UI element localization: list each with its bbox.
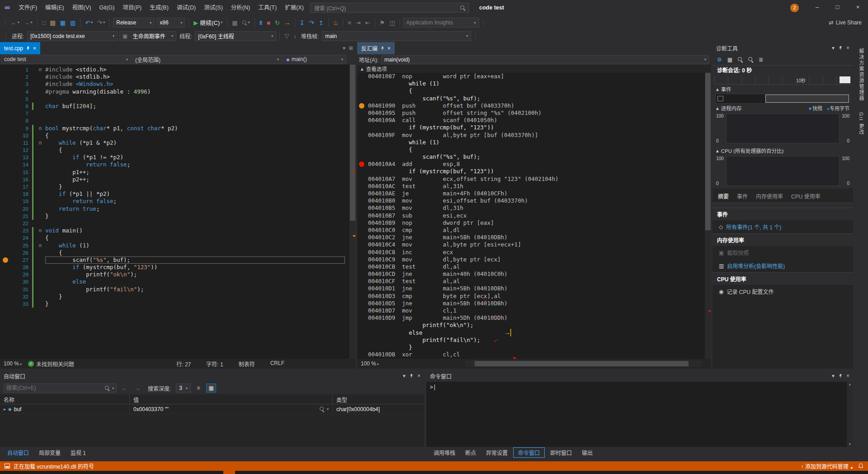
- code-line[interactable]: 13 if (*p1 != *p2): [0, 154, 349, 161]
- step-into-button[interactable]: ↧: [298, 17, 307, 28]
- disasm-margin[interactable]: [357, 102, 368, 109]
- disasm-source-line[interactable]: while (1): [357, 80, 711, 87]
- save-button[interactable]: ▦: [58, 17, 67, 28]
- step-out-button[interactable]: ↥: [317, 17, 326, 28]
- menu-分析(N)[interactable]: 分析(N): [227, 0, 254, 15]
- thread-dropdown[interactable]: [0xF60] 主线程▾: [195, 31, 276, 41]
- scroll-up-icon[interactable]: ▲: [848, 382, 852, 386]
- code-text[interactable]: if (mystrcmp(buf, "123")): [45, 264, 157, 271]
- disasm-source-line[interactable]: if (mystrcmp(buf, "123")): [357, 124, 711, 131]
- disasm-instruction-line[interactable]: 004010D9 jmp main+5Dh (04010DDh): [357, 314, 711, 322]
- notifications-bell-icon[interactable]: [858, 463, 863, 469]
- code-text[interactable]: if (*p1 || *p2): [45, 190, 110, 198]
- breakpoint-margin[interactable]: [0, 66, 12, 73]
- process-dropdown[interactable]: [0x1500] code test.exe▾: [27, 31, 118, 41]
- editor-vertical-scrollbar[interactable]: [349, 65, 356, 359]
- window-position-icon[interactable]: ▾: [832, 45, 835, 51]
- code-text[interactable]: }: [45, 300, 49, 308]
- disasm-instruction-line[interactable]: 00401087 nop word ptr [eax+eax]: [357, 73, 711, 80]
- stop-debugging-button[interactable]: ■: [265, 17, 272, 28]
- code-text[interactable]: #pragma warning(disable : 4996): [45, 88, 151, 95]
- code-line[interactable]: 20 return true;: [0, 205, 349, 213]
- tab-命令窗口[interactable]: 命令窗口: [513, 447, 545, 458]
- flag-down-icon[interactable]: ↓: [292, 31, 298, 42]
- tab-异常设置[interactable]: 异常设置: [481, 448, 512, 457]
- navigate-forward-button[interactable]: →▾: [22, 17, 34, 28]
- tab-test-cpp[interactable]: test.cpp ×: [0, 42, 40, 54]
- command-input-area[interactable]: > ▲ ▼: [426, 382, 853, 447]
- disasm-margin[interactable]: [357, 183, 368, 190]
- tab-内存使用率[interactable]: 内存使用率: [756, 192, 783, 200]
- breakpoint-margin[interactable]: [0, 264, 12, 271]
- scroll-down-icon[interactable]: ▼: [848, 442, 852, 446]
- code-line[interactable]: 2#include <stdlib.h>: [0, 73, 349, 81]
- disasm-source-line[interactable]: }: [357, 344, 711, 351]
- command-window-header[interactable]: 命令窗口 ▾ ×: [426, 370, 853, 382]
- record-cpu-profile-action[interactable]: ◉ 记录 CPU 配置文件: [712, 285, 853, 298]
- breakpoint-margin[interactable]: [0, 300, 12, 308]
- breakpoint-margin[interactable]: [0, 73, 12, 81]
- disasm-instruction-line[interactable]: 004010CF test al,al: [357, 278, 711, 285]
- indent-in-button[interactable]: ⇥: [354, 17, 363, 28]
- code-text[interactable]: void main(): [45, 227, 83, 234]
- step-over-button[interactable]: ↷: [307, 17, 316, 28]
- pin-icon[interactable]: [409, 374, 414, 378]
- pin-icon[interactable]: [838, 46, 843, 50]
- code-line[interactable]: 29 printf("ok\n");: [0, 271, 349, 278]
- stack-frame-dropdown[interactable]: main▾: [322, 31, 471, 41]
- disasm-margin[interactable]: [357, 168, 368, 175]
- tab-调用堆栈[interactable]: 调用堆栈: [429, 448, 460, 457]
- breakpoint-margin[interactable]: [0, 227, 12, 234]
- disasm-margin[interactable]: [357, 139, 368, 146]
- code-line[interactable]: 1⊟#include <stdio.h>: [0, 66, 349, 73]
- disasm-instruction-line[interactable]: 004010D7 mov cl,1: [357, 307, 711, 314]
- disasm-margin[interactable]: [357, 256, 368, 263]
- redo-button[interactable]: ↷▾: [95, 17, 107, 28]
- disasm-margin[interactable]: [357, 234, 368, 241]
- disasm-instruction-line[interactable]: 004010D1 jne main+5Bh (04010DBh): [357, 285, 711, 292]
- open-file-button[interactable]: ▤: [48, 17, 57, 28]
- zoom-in-icon[interactable]: [738, 57, 743, 62]
- disasm-instruction-line[interactable]: 004010B0 mov esi,offset buf (0403370h): [357, 197, 711, 204]
- disasm-margin[interactable]: [357, 204, 368, 212]
- code-text[interactable]: {: [45, 147, 62, 154]
- disasm-margin[interactable]: [357, 175, 368, 183]
- close-button[interactable]: ×: [848, 0, 868, 15]
- code-text[interactable]: return false;: [45, 198, 117, 205]
- zoom-dropdown[interactable]: 100 %▾: [361, 360, 379, 367]
- disasm-margin[interactable]: [357, 124, 368, 131]
- timeline-ruler[interactable]: 10秒: [714, 76, 851, 85]
- code-line[interactable]: 19 return false;: [0, 198, 349, 205]
- zoom-out-icon[interactable]: [748, 57, 753, 62]
- scrollbar-thumb[interactable]: [350, 65, 355, 221]
- breakpoint-icon[interactable]: [359, 161, 364, 167]
- side-tab-Git 更改[interactable]: Git 更改: [858, 112, 865, 135]
- menu-文件(F)[interactable]: 文件(F): [14, 0, 41, 15]
- breakpoint-margin[interactable]: [0, 271, 12, 278]
- disasm-source-line[interactable]: if (mystrcmp(buf, "123")): [357, 168, 711, 175]
- code-line[interactable]: 6char buf[1204];: [0, 103, 349, 110]
- pin-icon[interactable]: [26, 46, 30, 51]
- autos-search-input[interactable]: ▾: [4, 384, 117, 393]
- code-text[interactable]: return false;: [45, 161, 130, 168]
- code-text[interactable]: #include <Windows.h>: [45, 81, 113, 88]
- code-text[interactable]: }: [45, 213, 49, 220]
- menu-Git(G)[interactable]: Git(G): [95, 0, 118, 15]
- diagnostic-tools-header[interactable]: 诊断工具 ▾ ×: [712, 42, 853, 54]
- format-view-icon[interactable]: ▦: [206, 384, 216, 393]
- disasm-margin[interactable]: [357, 80, 368, 87]
- code-line[interactable]: 11⊟ while (*p1 & *p2): [0, 139, 349, 147]
- disasm-instruction-line[interactable]: 004010A4 add esp,8: [357, 161, 711, 168]
- disasm-margin[interactable]: [357, 117, 368, 124]
- live-share-button[interactable]: ⇄ Live Share: [829, 15, 862, 30]
- close-tab-icon[interactable]: ×: [33, 45, 36, 52]
- code-line[interactable]: 33}: [0, 300, 349, 308]
- address-combobox[interactable]: main(void)▾: [381, 55, 709, 64]
- disasm-margin[interactable]: [357, 285, 368, 292]
- disasm-instruction-line[interactable]: 004010CD jne main+40h (04010C0h): [357, 270, 711, 278]
- breakpoint-margin[interactable]: [0, 161, 12, 168]
- disasm-margin[interactable]: [357, 197, 368, 204]
- prev-result-icon[interactable]: ←: [120, 383, 129, 393]
- breakpoint-margin[interactable]: [0, 132, 12, 139]
- tab-断点[interactable]: 断点: [461, 448, 481, 457]
